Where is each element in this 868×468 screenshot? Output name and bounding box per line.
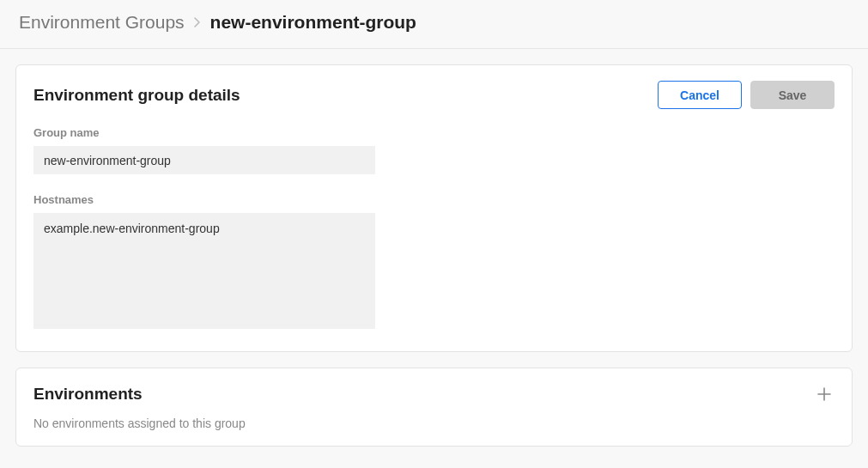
add-environment-button[interactable] [814, 384, 835, 404]
main-content: Environment group details Cancel Save Gr… [0, 49, 868, 462]
environments-title: Environments [33, 385, 143, 404]
save-button[interactable]: Save [750, 81, 835, 109]
chevron-right-icon [193, 16, 202, 28]
hostnames-label: Hostnames [33, 193, 835, 206]
details-actions: Cancel Save [658, 81, 835, 109]
breadcrumb: Environment Groups new-environment-group [0, 0, 868, 49]
cancel-button[interactable]: Cancel [658, 81, 742, 109]
breadcrumb-parent-link[interactable]: Environment Groups [19, 12, 185, 33]
details-title: Environment group details [33, 86, 240, 105]
group-name-input[interactable] [33, 146, 375, 174]
group-name-label: Group name [33, 126, 835, 139]
environments-header: Environments [33, 384, 835, 404]
plus-icon [817, 387, 831, 401]
hostnames-input[interactable] [33, 213, 375, 329]
environments-empty-message: No environments assigned to this group [33, 416, 835, 430]
breadcrumb-current: new-environment-group [210, 12, 416, 33]
environments-card: Environments No environments assigned to… [15, 368, 853, 447]
group-name-field: Group name [33, 126, 835, 174]
hostnames-field: Hostnames [33, 193, 835, 332]
details-card-header: Environment group details Cancel Save [33, 81, 835, 109]
details-card: Environment group details Cancel Save Gr… [15, 64, 853, 352]
